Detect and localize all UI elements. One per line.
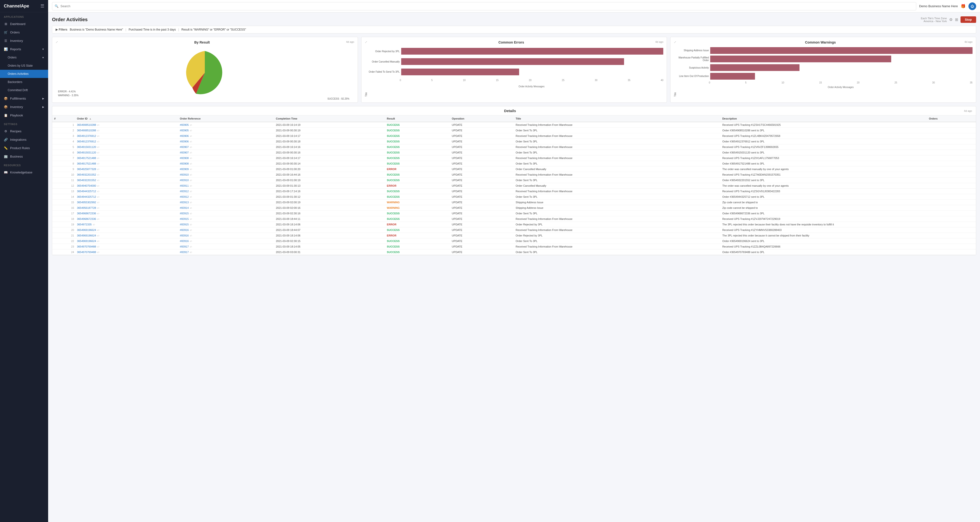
cell-order-ref[interactable]: #83905 🏷 bbox=[178, 122, 274, 128]
cell-order-id[interactable]: 3654932201552 🏷 bbox=[75, 178, 178, 183]
sidebar-item-dashboard[interactable]: ⊞ Dashboard bbox=[0, 20, 48, 28]
cell-order-id[interactable]: 3654968672336 🏷 bbox=[75, 216, 178, 222]
cell-order-ref[interactable]: #83910 🏷 bbox=[178, 172, 274, 178]
search-bar[interactable]: 🔍 bbox=[52, 2, 916, 10]
cell-num: 13 bbox=[52, 189, 75, 194]
cell-result: SUCCESS bbox=[385, 139, 450, 144]
sidebar-item-product-rules[interactable]: 📏 Product Rules bbox=[0, 144, 48, 152]
cell-order-id[interactable]: 3654917521488 🏷 bbox=[75, 155, 178, 161]
cell-result: SUCCESS bbox=[385, 150, 450, 155]
cell-order-ref[interactable]: #83913 🏷 bbox=[178, 200, 274, 205]
cell-num: 7 bbox=[52, 155, 75, 161]
cell-order-id[interactable]: 3654970769488 🏷 bbox=[75, 249, 178, 255]
sidebar-item-committed-drift[interactable]: Committed Drift bbox=[0, 86, 48, 94]
cell-order-id[interactable]: 3654908510288 🏷 bbox=[75, 128, 178, 133]
sidebar-item-backorders[interactable]: Backorders bbox=[0, 78, 48, 86]
col-operation[interactable]: Operation bbox=[450, 116, 514, 122]
sidebar-item-inventory-sub[interactable]: 📦 Inventory ▶ bbox=[0, 103, 48, 111]
cell-order-ref[interactable]: #83908 🏷 bbox=[178, 161, 274, 167]
grid-icon[interactable]: ⊞ bbox=[955, 17, 958, 22]
cell-order-ref[interactable]: #83917 🏷 bbox=[178, 249, 274, 255]
cell-order-ref[interactable]: #83909 🏷 bbox=[178, 167, 274, 172]
gift-icon[interactable]: 🎁 bbox=[961, 4, 966, 8]
sidebar-item-orders-sub[interactable]: Orders ▼ bbox=[0, 53, 48, 62]
warning-bar-label-1: Shipping Address Issue bbox=[678, 49, 709, 52]
cell-order-id[interactable]: 3654908510288 🏷 bbox=[75, 122, 178, 128]
col-order-ref[interactable]: Order Reference bbox=[178, 116, 274, 122]
cell-order-ref[interactable]: #83914 🏷 bbox=[178, 205, 274, 211]
cell-order-id[interactable]: 3654970769488 🏷 bbox=[75, 244, 178, 249]
cell-order-ref[interactable]: #83915 🏷 bbox=[178, 211, 274, 216]
cell-order-id[interactable]: 3654912376912 🏷 bbox=[75, 133, 178, 139]
cell-order-id[interactable]: 3654944325712 🏷 bbox=[75, 189, 178, 194]
col-title[interactable]: Title bbox=[514, 116, 721, 122]
cell-orders bbox=[927, 227, 976, 233]
cell-order-id[interactable]: 3654968672336 🏷 bbox=[75, 211, 178, 216]
cell-order-ref[interactable]: #83907 🏷 bbox=[178, 144, 274, 150]
cell-description: Received UPS Tracking #1ZZL0B4QA89722666… bbox=[720, 244, 927, 249]
cell-orders bbox=[927, 205, 976, 211]
cell-description: Received UPS Tracking #1ZV6VZF1398692655 bbox=[720, 144, 927, 150]
cell-order-ref[interactable]: #83905 🏷 bbox=[178, 128, 274, 133]
cell-order-id[interactable]: 3654917521488 🏷 bbox=[75, 161, 178, 167]
sidebar-item-recipes[interactable]: ⚙ Recipes bbox=[0, 127, 48, 135]
cell-order-id[interactable]: 3654915031120 🏷 bbox=[75, 150, 178, 155]
sidebar-item-inventory[interactable]: ☰ Inventory bbox=[0, 36, 48, 45]
cell-order-ref[interactable]: #83912 🏷 bbox=[178, 194, 274, 200]
cell-order-ref[interactable]: #83915 🏷 bbox=[178, 216, 274, 222]
expand-icon[interactable]: ⤢ bbox=[365, 40, 367, 44]
menu-icon[interactable]: ☰ bbox=[40, 3, 44, 9]
sidebar-item-fulfillments[interactable]: 📦 Fulfillments ▶ bbox=[0, 94, 48, 103]
col-completion-time[interactable]: Completion Time bbox=[274, 116, 385, 122]
sidebar-item-reports[interactable]: 📊 Reports ▼ bbox=[0, 45, 48, 53]
cell-order-id[interactable]: 3654969196624 🏷 bbox=[75, 238, 178, 244]
table-row: 18 3654968672336 🏷 #83915 🏷 2021-03-09 1… bbox=[52, 216, 976, 222]
cell-order-id[interactable]: 3654972335 🏷 bbox=[75, 222, 178, 227]
search-input[interactable] bbox=[60, 4, 913, 8]
cell-order-ref[interactable]: #83917 🏷 bbox=[178, 244, 274, 249]
cell-order-id[interactable]: 3654944325712 🏷 bbox=[75, 194, 178, 200]
col-order-id[interactable]: Order ID ▲ bbox=[75, 116, 178, 122]
cell-order-id[interactable]: 3654925877328 🏷 bbox=[75, 167, 178, 172]
cell-order-ref[interactable]: #83907 🏷 bbox=[178, 150, 274, 155]
cell-order-id[interactable]: 3654940754000 🏷 bbox=[75, 183, 178, 189]
sidebar-item-playbook[interactable]: 📋 Playbook bbox=[0, 111, 48, 119]
cell-order-ref[interactable]: #83916 🏷 bbox=[178, 227, 274, 233]
cell-order-id[interactable]: 3654915031120 🏷 bbox=[75, 144, 178, 150]
cell-order-ref[interactable]: #83908 🏷 bbox=[178, 155, 274, 161]
col-result[interactable]: Result bbox=[385, 116, 450, 122]
filters-label[interactable]: ▶ Filters bbox=[56, 28, 67, 31]
col-orders[interactable]: Orders bbox=[927, 116, 976, 122]
col-description[interactable]: Description bbox=[720, 116, 927, 122]
cell-order-id[interactable]: 3654969196624 🏷 bbox=[75, 233, 178, 238]
settings-icon[interactable]: ⚙ bbox=[949, 17, 953, 22]
cell-orders bbox=[927, 222, 976, 227]
sidebar-item-orders-activities[interactable]: Orders Activities bbox=[0, 70, 48, 78]
cell-order-ref[interactable]: #83906 🏷 bbox=[178, 133, 274, 139]
expand-icon[interactable]: ⤢ bbox=[56, 40, 58, 44]
stop-button[interactable]: Stop bbox=[961, 16, 976, 23]
chevron-right-icon: ▶ bbox=[56, 28, 58, 31]
cell-order-ref[interactable]: #83910 🏷 bbox=[178, 178, 274, 183]
sidebar-item-knowledgebase[interactable]: 📖 Knowledgebase bbox=[0, 168, 48, 176]
cell-order-id[interactable]: 3654969196624 🏷 bbox=[75, 227, 178, 233]
power-button[interactable]: ⏻ bbox=[969, 2, 976, 10]
cell-order-id[interactable]: 3654912376912 🏷 bbox=[75, 139, 178, 144]
cell-operation: UPDATE bbox=[450, 189, 514, 194]
cell-order-id[interactable]: 3654955302992 🏷 bbox=[75, 200, 178, 205]
sidebar-item-business[interactable]: 🏢 Business bbox=[0, 152, 48, 161]
sidebar-item-integrations[interactable]: 🔗 Integrations bbox=[0, 135, 48, 144]
cell-order-ref[interactable]: #83915 🏷 bbox=[178, 222, 274, 227]
cell-order-ref[interactable]: #83912 🏷 bbox=[178, 189, 274, 194]
cell-order-ref[interactable]: #83911 🏷 bbox=[178, 183, 274, 189]
expand-icon[interactable]: ⤢ bbox=[674, 40, 676, 44]
cell-order-ref[interactable]: #83916 🏷 bbox=[178, 233, 274, 238]
cell-orders bbox=[927, 249, 976, 255]
sidebar-item-orders[interactable]: 🛒 Orders bbox=[0, 28, 48, 36]
cell-num: 10 bbox=[52, 172, 75, 178]
cell-order-id[interactable]: 3654956187728 🏷 bbox=[75, 205, 178, 211]
cell-order-id[interactable]: 3654932201552 🏷 bbox=[75, 172, 178, 178]
cell-order-ref[interactable]: #83916 🏷 bbox=[178, 238, 274, 244]
cell-order-ref[interactable]: #83906 🏷 bbox=[178, 139, 274, 144]
sidebar-item-orders-by-us-state[interactable]: Orders by US State bbox=[0, 62, 48, 70]
